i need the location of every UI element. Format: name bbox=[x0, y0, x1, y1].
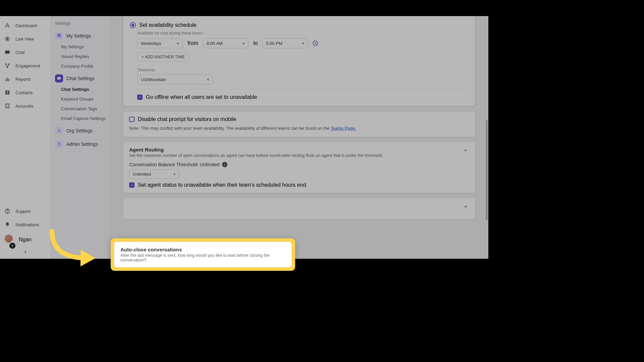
agent-status-checkbox-row[interactable]: ✓ Set agent status to unavailable when t… bbox=[129, 182, 469, 188]
from-label: from bbox=[187, 40, 198, 46]
nav-liveview[interactable]: Live View bbox=[0, 32, 51, 46]
sidebar-title: Settings bbox=[54, 21, 106, 26]
badge-count: 8 bbox=[9, 243, 15, 249]
select-value: 5:00 PM bbox=[266, 41, 282, 46]
sidebar-sub-savedreplies[interactable]: Saved Replies bbox=[54, 52, 106, 61]
sidebar-group-chatsettings[interactable]: Chat Settings bbox=[54, 72, 106, 84]
chat-icon bbox=[4, 49, 11, 56]
checkbox-checked-icon: ✓ bbox=[129, 182, 135, 188]
checkbox-label: Go offline when all users are set to una… bbox=[146, 94, 257, 100]
radio-icon bbox=[130, 22, 136, 28]
sidebar-sub-chatsettings[interactable]: Chat Settings bbox=[54, 84, 106, 94]
autoclose-spotlight-card: Auto-close conversations After the last … bbox=[114, 242, 292, 267]
days-select[interactable]: Weekdays ▾ bbox=[137, 38, 183, 48]
svg-point-16 bbox=[58, 143, 60, 144]
svg-rect-6 bbox=[5, 79, 6, 81]
remove-time-button[interactable]: ✕ bbox=[313, 41, 318, 46]
nav-dashboard[interactable]: Dashboard bbox=[0, 19, 51, 32]
add-time-button[interactable]: + ADD ANOTHER TIME bbox=[137, 52, 189, 62]
chevron-down-icon: ▾ bbox=[207, 77, 209, 82]
sidebar-group-mysettings[interactable]: My Settings bbox=[54, 30, 106, 42]
button-label: + ADD ANOTHER TIME bbox=[142, 55, 184, 59]
sidebar-group-label: Chat Settings bbox=[66, 76, 95, 81]
checkbox-checked-icon: ✓ bbox=[137, 95, 143, 100]
svg-rect-8 bbox=[8, 79, 9, 81]
nav-support[interactable]: Support bbox=[0, 204, 51, 218]
sidebar-group-label: Org Settings bbox=[66, 128, 93, 133]
svg-point-3 bbox=[5, 64, 6, 65]
section-title: Auto-close conversations bbox=[120, 247, 285, 252]
radio-schedule[interactable]: Set availability schedule bbox=[130, 22, 469, 28]
threshold-select[interactable]: Unlimited ▾ bbox=[129, 169, 179, 179]
disable-mobile-checkbox-row[interactable]: Disable chat prompt for visitors on mobi… bbox=[129, 116, 469, 122]
checkbox-label: Set agent status to unavailable when the… bbox=[138, 182, 308, 188]
teams-page-link[interactable]: Teams Page. bbox=[331, 126, 356, 131]
user-name: Ngan bbox=[19, 237, 32, 243]
admin-icon bbox=[55, 140, 63, 148]
sidebar-sub-companyprofile[interactable]: Company Profile bbox=[54, 61, 106, 71]
chevron-down-icon: ▾ bbox=[177, 41, 179, 46]
chevron-down-icon: ▾ bbox=[243, 41, 245, 46]
availability-note: Note: This may conflict with your team a… bbox=[129, 126, 469, 131]
section-title: Agent Routing bbox=[129, 147, 383, 153]
svg-point-15 bbox=[58, 129, 60, 131]
nav-reports[interactable]: Reports bbox=[0, 72, 51, 86]
chevron-up-icon bbox=[463, 148, 468, 153]
sidebar-sub-conversationtags[interactable]: Conversation Tags bbox=[54, 104, 106, 114]
bar-chart-icon bbox=[4, 76, 11, 82]
select-value: Weekdays bbox=[141, 41, 161, 46]
user-menu[interactable]: g. 8 Ngan bbox=[0, 231, 51, 248]
svg-rect-2 bbox=[5, 51, 10, 54]
chevron-down-icon: ▾ bbox=[302, 41, 304, 46]
sidebar-group-orgsettings[interactable]: Org Settings bbox=[54, 125, 106, 137]
availability-card: Set availability schedule Available for … bbox=[123, 16, 476, 107]
agent-routing-card: Agent Routing Set the maximum number of … bbox=[123, 142, 476, 193]
nav-label: Dashboard bbox=[15, 23, 37, 28]
nav-label: Reports bbox=[15, 77, 31, 82]
nav-accounts[interactable]: Accounts bbox=[0, 99, 51, 113]
svg-point-4 bbox=[8, 64, 9, 65]
threshold-label: Conversation Balance Threshold: Unlimite… bbox=[129, 162, 219, 167]
info-icon[interactable]: i bbox=[222, 162, 227, 167]
svg-point-1 bbox=[7, 38, 8, 40]
scrollbar[interactable] bbox=[486, 120, 488, 221]
sidebar-sub-emailcapture[interactable]: Email Capture Settings bbox=[54, 114, 106, 123]
contact-icon bbox=[4, 89, 11, 96]
logo-icon bbox=[4, 22, 11, 29]
timezone-label: Timezone: bbox=[137, 68, 469, 72]
offline-checkbox-row[interactable]: ✓ Go offline when all users are set to u… bbox=[137, 94, 469, 100]
expand-section-button[interactable] bbox=[462, 203, 469, 212]
help-icon bbox=[4, 208, 11, 215]
main-content: Set availability schedule Available for … bbox=[110, 16, 488, 259]
from-time-select[interactable]: 8:00 AM ▾ bbox=[203, 38, 249, 48]
bell-icon bbox=[4, 221, 11, 228]
building-icon bbox=[4, 103, 11, 109]
sidebar-sub-mysettings[interactable]: My Settings bbox=[54, 42, 106, 52]
nav-label: Notifications bbox=[15, 222, 39, 227]
chevron-down-icon bbox=[463, 204, 468, 209]
collapse-nav[interactable] bbox=[0, 248, 51, 256]
to-time-select[interactable]: 5:00 PM ▾ bbox=[262, 38, 308, 48]
svg-point-13 bbox=[7, 212, 7, 213]
sidebar-group-adminsettings[interactable]: Admin Settings bbox=[54, 138, 106, 150]
checkbox-empty-icon bbox=[129, 117, 135, 122]
nav-label: Live View bbox=[15, 37, 34, 42]
nav-label: Chat bbox=[15, 50, 24, 55]
svg-rect-14 bbox=[57, 77, 61, 79]
autoclose-card-collapsed bbox=[123, 198, 476, 219]
divider bbox=[130, 89, 469, 89]
select-value: US/Mountain bbox=[141, 77, 166, 82]
sidebar-sub-keywordgroups[interactable]: Keyword Groups bbox=[54, 94, 106, 104]
collapse-section-button[interactable] bbox=[462, 147, 469, 156]
chat-settings-icon bbox=[55, 74, 63, 82]
target-icon bbox=[4, 36, 11, 42]
nav-engagement[interactable]: Engagement bbox=[0, 59, 51, 72]
gear-icon bbox=[55, 32, 63, 40]
nav-notifications[interactable]: Notifications bbox=[0, 218, 51, 231]
main-nav: Dashboard Live View Chat Engagement Repo… bbox=[0, 16, 51, 259]
timezone-select[interactable]: US/Mountain ▾ bbox=[137, 74, 213, 84]
sidebar-group-label: My Settings bbox=[66, 33, 91, 39]
nav-chat[interactable]: Chat bbox=[0, 46, 51, 59]
nav-contacts[interactable]: Contacts bbox=[0, 86, 51, 99]
branch-icon bbox=[4, 62, 11, 69]
